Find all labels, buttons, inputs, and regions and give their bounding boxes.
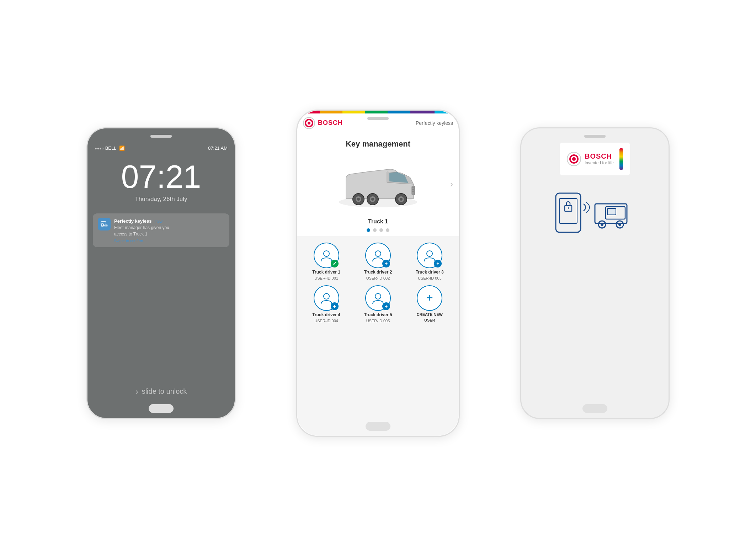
notification-text: Perfectly keyless now Fleet manager has … — [114, 218, 224, 243]
lock-screen: ●●●○ BELL 📶 07:21 AM 07:21 Thursday, 26t… — [87, 128, 235, 418]
right-phone-home-btn[interactable] — [582, 404, 607, 413]
carousel-dots — [367, 228, 389, 232]
driver-name-1: Truck driver 1 — [312, 270, 340, 275]
driver-avatar-wrap-2: + — [365, 243, 391, 268]
svg-point-2 — [105, 224, 107, 227]
center-phone-speaker — [367, 117, 389, 120]
svg-point-23 — [357, 198, 360, 201]
driver-avatar-wrap-3: + — [417, 243, 442, 268]
svg-point-37 — [324, 293, 329, 299]
svg-point-15 — [618, 223, 621, 226]
driver-badge-plus-3: + — [434, 260, 442, 267]
left-phone: ●●●○ BELL 📶 07:21 AM 07:21 Thursday, 26t… — [86, 127, 236, 419]
dot-2[interactable] — [373, 228, 377, 232]
create-new-user-label: CREATE NEW — [417, 312, 443, 317]
create-new-user-item[interactable]: + CREATE NEW USER — [406, 285, 453, 323]
svg-rect-16 — [607, 208, 616, 215]
drivers-grid: ✓ Truck driver 1 USER-ID 001 + — [297, 236, 459, 329]
bosch-logo-emblem — [567, 152, 581, 166]
svg-point-13 — [601, 223, 603, 226]
create-new-user-circle[interactable]: + — [417, 285, 442, 311]
left-phone-speaker — [150, 135, 172, 138]
center-phone-home-btn[interactable] — [366, 422, 390, 431]
app-header-title: Perfectly keyless — [416, 120, 453, 126]
left-phone-home-btn[interactable] — [149, 404, 174, 413]
page-title: Key management — [297, 133, 459, 152]
driver-id-1: USER-ID 001 — [314, 276, 338, 280]
driver-badge-plus-2: + — [382, 260, 390, 267]
driver-badge-plus-5: + — [382, 302, 390, 310]
bosch-header-logo — [303, 117, 315, 129]
driver-item-1[interactable]: ✓ Truck driver 1 USER-ID 001 — [303, 243, 350, 280]
truck-svg — [332, 156, 424, 213]
bosch-stripe — [297, 111, 459, 113]
keyless-illustration — [552, 186, 638, 243]
lock-time: 07:21 — [87, 161, 235, 193]
driver-avatar-wrap-5: + — [365, 285, 391, 311]
notif-body-line1: Fleet manager has given you — [114, 225, 224, 231]
center-phone: BOSCH Perfectly keyless Key management — [296, 110, 460, 437]
driver-id-5: USER-ID 005 — [366, 319, 390, 323]
bosch-color-bar — [619, 148, 623, 170]
driver-id-2: USER-ID 002 — [366, 276, 390, 280]
dot-1[interactable] — [367, 228, 370, 232]
svg-point-38 — [375, 293, 381, 299]
driver-name-2: Truck driver 2 — [364, 270, 392, 275]
create-new-user-label2: USER — [424, 318, 435, 322]
driver-avatar-wrap-1: ✓ — [314, 243, 339, 268]
svg-point-29 — [400, 198, 403, 201]
notif-time: now — [155, 219, 163, 223]
bosch-logo-area: BOSCH — [303, 117, 343, 129]
notification-card: Perfectly keyless now Fleet manager has … — [93, 213, 229, 248]
app-screen: BOSCH Perfectly keyless Key management — [297, 111, 459, 436]
driver-item-2[interactable]: + Truck driver 2 USER-ID 002 — [355, 243, 401, 280]
bosch-tagline: Invented for life — [585, 160, 614, 165]
bosch-logo-card: BOSCH Invented for life — [560, 143, 630, 175]
app-main: Key management — [297, 133, 459, 436]
svg-point-34 — [324, 251, 329, 256]
driver-item-5[interactable]: + Truck driver 5 USER-ID 005 — [355, 285, 401, 323]
driver-item-3[interactable]: + Truck driver 3 USER-ID 003 — [406, 243, 453, 280]
carrier-signal: ●●●○ BELL 📶 — [95, 145, 125, 151]
driver-name-4: Truck driver 4 — [312, 312, 340, 317]
driver-avatar-wrap-4: + — [314, 285, 339, 311]
svg-point-35 — [375, 251, 381, 256]
truck-carousel[interactable]: › Truck 1 — [297, 152, 459, 236]
svg-point-19 — [308, 122, 310, 124]
bosch-brand-name: BOSCH — [585, 152, 614, 160]
truck-image-area: › — [297, 152, 459, 216]
notif-body-line2: access to Truck 1 — [114, 231, 224, 237]
carousel-arrow-right[interactable]: › — [450, 179, 453, 189]
dot-3[interactable] — [379, 228, 383, 232]
status-time: 07:21 AM — [208, 145, 228, 151]
right-phone-speaker — [584, 135, 606, 138]
driver-item-4[interactable]: + Truck driver 4 USER-ID 004 — [303, 285, 350, 323]
svg-point-26 — [371, 198, 374, 201]
slide-chevron-icon: › — [135, 387, 138, 397]
lock-date: Thursday, 26th July — [87, 196, 235, 203]
svg-point-36 — [427, 251, 432, 256]
header-bosch-text: BOSCH — [318, 119, 343, 127]
right-phone: BOSCH Invented for life — [520, 127, 670, 419]
notif-app-icon — [98, 218, 111, 230]
driver-name-3: Truck driver 3 — [416, 270, 444, 275]
right-screen-content: BOSCH Invented for life — [521, 128, 669, 418]
driver-name-5: Truck driver 5 — [364, 312, 392, 317]
scene: ●●●○ BELL 📶 07:21 AM 07:21 Thursday, 26t… — [58, 24, 698, 522]
slide-to-unlock[interactable]: › slide to unlock — [87, 387, 235, 397]
driver-id-3: USER-ID 003 — [418, 276, 442, 280]
truck-name: Truck 1 — [368, 218, 388, 225]
dot-4[interactable] — [386, 228, 389, 232]
status-bar: ●●●○ BELL 📶 07:21 AM — [87, 143, 235, 154]
bosch-card-text: BOSCH Invented for life — [585, 152, 614, 165]
svg-point-5 — [572, 157, 576, 161]
svg-rect-30 — [412, 186, 415, 195]
driver-id-4: USER-ID 004 — [314, 319, 338, 323]
driver-badge-plus-4: + — [331, 302, 339, 310]
driver-badge-check-1: ✓ — [331, 260, 339, 267]
notif-swipe[interactable]: Swipe to confirm — [114, 239, 224, 243]
notif-app-name: Perfectly keyless — [114, 218, 152, 224]
app-header: BOSCH Perfectly keyless — [297, 113, 459, 133]
